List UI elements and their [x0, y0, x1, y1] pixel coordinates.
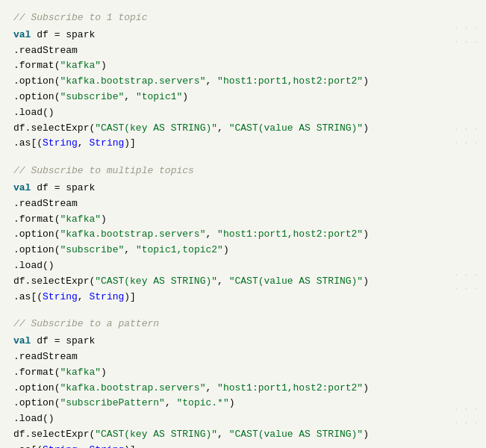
- code-line: .option("kafka.bootstrap.servers", "host…: [13, 74, 473, 90]
- code-line: .load(): [13, 258, 473, 274]
- comment-line: // Subscribe to 1 topic: [13, 10, 473, 26]
- code-line: .as[(String, String)]: [13, 443, 473, 448]
- comment-line: // Subscribe to a pattern: [13, 317, 473, 332]
- code-section-2: // Subscribe to a patternval df = spark …: [13, 317, 473, 448]
- code-line: .option("kafka.bootstrap.servers", "host…: [13, 381, 473, 396]
- code-line: .readStream: [13, 196, 473, 212]
- code-line: .format("kafka"): [13, 212, 473, 228]
- code-block: · · ·· · · · · ·· · · · · ·· · · · · ·· …: [0, 0, 486, 448]
- comment-line: // Subscribe to multiple topics: [13, 164, 473, 179]
- code-line: .as[(String, String)]: [13, 290, 473, 305]
- code-line: val df = spark: [13, 334, 473, 349]
- code-sections: // Subscribe to 1 topicval df = spark .r…: [13, 10, 473, 448]
- code-line: df.selectExpr("CAST(key AS STRING)", "CA…: [13, 121, 473, 137]
- code-section-0: // Subscribe to 1 topicval df = spark .r…: [13, 10, 473, 152]
- code-line: .readStream: [13, 43, 473, 59]
- code-line: .option("subscribe", "topic1,topic2"): [13, 243, 473, 258]
- code-line: .option("subscribePattern", "topic.*"): [13, 396, 473, 411]
- code-line: .format("kafka"): [13, 58, 473, 74]
- code-section-1: // Subscribe to multiple topicsval df = …: [13, 164, 473, 305]
- code-line: df.selectExpr("CAST(key AS STRING)", "CA…: [13, 274, 473, 290]
- code-line: df.selectExpr("CAST(key AS STRING)", "CA…: [13, 427, 473, 443]
- code-line: val df = spark: [13, 28, 473, 43]
- code-line: .readStream: [13, 349, 473, 365]
- code-line: .option("kafka.bootstrap.servers", "host…: [13, 227, 473, 243]
- code-line: .load(): [13, 411, 473, 427]
- code-line: .option("subscribe", "topic1"): [13, 90, 473, 105]
- code-line: .format("kafka"): [13, 365, 473, 381]
- code-line: .as[(String, String)]: [13, 136, 473, 152]
- code-line: val df = spark: [13, 181, 473, 196]
- code-line: .load(): [13, 105, 473, 121]
